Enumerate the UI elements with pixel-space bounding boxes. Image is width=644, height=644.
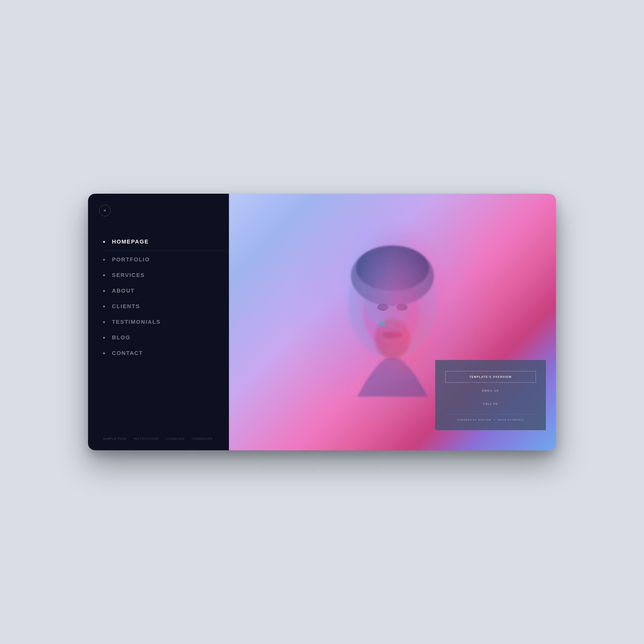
powered-by-text: POWERED BY WEFLOW <box>457 419 491 421</box>
nav-label-clients: CLIENTS <box>112 303 140 310</box>
svg-point-13 <box>382 331 403 338</box>
nav-bullet <box>103 306 105 307</box>
nav-label-contact: CONTACT <box>112 350 143 356</box>
call-us-link[interactable]: CALL US <box>445 397 536 410</box>
nav-label-blog: BLOG <box>112 334 131 341</box>
footer-link-instructions[interactable]: INSTRUCTIONS <box>134 437 159 440</box>
close-button[interactable]: × <box>99 205 111 216</box>
nav-item-testimonials[interactable]: TESTIMONIALS <box>103 314 229 330</box>
nav-label-services: SERVICES <box>112 272 145 278</box>
overview-button[interactable]: TEMPLATE'S OVERVIEW <box>445 371 536 383</box>
nav-bullet <box>103 290 105 292</box>
nav-bullet <box>103 352 105 354</box>
nav-panel: × HOMEPAGE PORTFOLIO SERVICES ABOUT <box>88 194 229 450</box>
card-footer: POWERED BY WEFLOW MADE BY METRIX <box>445 414 536 421</box>
nav-label-portfolio: PORTFOLIO <box>112 256 150 263</box>
nav-item-services[interactable]: SERVICES <box>103 267 229 283</box>
nav-item-portfolio[interactable]: PORTFOLIO <box>103 252 229 267</box>
nav-label-about: ABOUT <box>112 288 135 294</box>
footer-link-licencing[interactable]: LICENCING <box>166 437 184 440</box>
nav-bullet <box>103 241 105 243</box>
footer-link-sample-page[interactable]: SAMPLE PAGE <box>103 437 127 440</box>
footer-separator <box>494 419 495 420</box>
nav-footer: SAMPLE PAGE INSTRUCTIONS LICENCING CHANG… <box>88 427 229 450</box>
hero-panel: TEMPLATE'S OVERVIEW EMAIL US CALL US POW… <box>229 194 556 450</box>
nav-item-clients[interactable]: CLIENTS <box>103 299 229 314</box>
footer-link-changelog[interactable]: CHANGELOG <box>192 437 213 440</box>
svg-point-4 <box>379 320 385 327</box>
svg-point-15 <box>356 246 429 291</box>
close-icon: × <box>104 208 106 213</box>
email-us-link[interactable]: EMAIL US <box>445 384 536 397</box>
made-by-text: MADE BY METRIX <box>498 419 524 421</box>
overlay-card: TEMPLATE'S OVERVIEW EMAIL US CALL US POW… <box>435 360 546 430</box>
nav-item-homepage[interactable]: HOMEPAGE <box>103 234 229 251</box>
nav-item-contact[interactable]: CONTACT <box>103 345 229 361</box>
nav-label-homepage: HOMEPAGE <box>112 238 149 245</box>
nav-label-testimonials: TESTIMONIALS <box>112 319 161 325</box>
nav-bullet <box>103 337 105 339</box>
nav-menu: HOMEPAGE PORTFOLIO SERVICES ABOUT CLIENT… <box>88 234 229 427</box>
nav-bullet <box>103 274 105 276</box>
browser-window: × HOMEPAGE PORTFOLIO SERVICES ABOUT <box>88 194 556 450</box>
nav-item-blog[interactable]: BLOG <box>103 330 229 345</box>
nav-bullet <box>103 259 105 261</box>
overview-button-label: TEMPLATE'S OVERVIEW <box>469 375 512 378</box>
nav-item-about[interactable]: ABOUT <box>103 283 229 299</box>
nav-bullet <box>103 321 105 323</box>
